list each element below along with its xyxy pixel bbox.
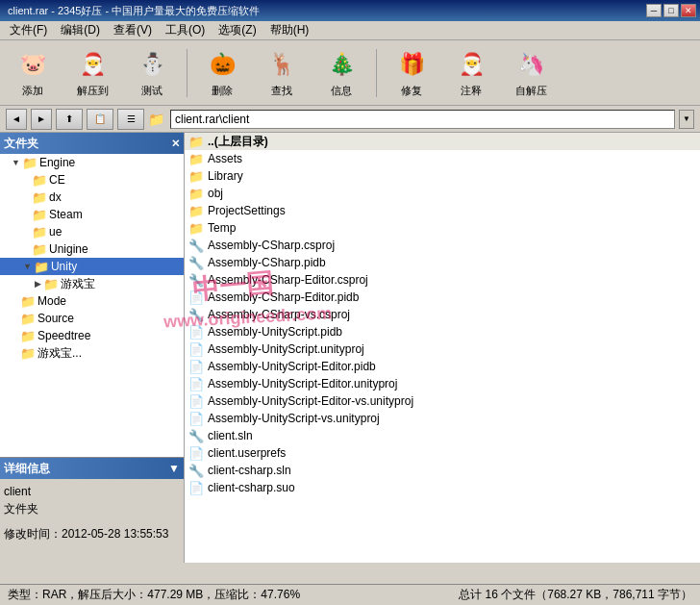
file-row-assets[interactable]: 📁 Assets bbox=[185, 150, 700, 167]
test-button[interactable]: ⛄ 测试 bbox=[125, 45, 179, 101]
tree-item-unity[interactable]: ▼ 📁 Unity bbox=[0, 258, 184, 275]
find-button[interactable]: 🦌 查找 bbox=[255, 45, 309, 101]
menu-edit[interactable]: 编辑(D) bbox=[55, 20, 106, 40]
view-toggle-button[interactable]: ☰ bbox=[117, 109, 144, 130]
menu-bar: 文件(F) 编辑(D) 查看(V) 工具(O) 选项(Z) 帮助(H) bbox=[0, 21, 700, 40]
file-row-14[interactable]: 📄 client-csharp.suo bbox=[185, 479, 700, 496]
tree-item-source[interactable]: ▶ 📁 Source bbox=[0, 310, 184, 327]
file-row-6[interactable]: 📄 Assembly-UnityScript.unityproj bbox=[185, 340, 700, 358]
tree-item-dx[interactable]: ▶ 📁 dx bbox=[0, 189, 184, 206]
file-name-13: client-csharp.sln bbox=[208, 464, 291, 477]
repair-icon: 🎁 bbox=[393, 48, 430, 82]
file-row-1[interactable]: 🔧 Assembly-CSharp.pidb bbox=[185, 254, 700, 271]
folder-panel-close[interactable]: ✕ bbox=[171, 138, 180, 150]
toolbar-separator-2 bbox=[376, 49, 377, 97]
file-row-10[interactable]: 📄 Assembly-UnityScript-vs.unityproj bbox=[185, 410, 700, 427]
menu-tools[interactable]: 工具(O) bbox=[160, 20, 211, 40]
status-bar: 类型：RAR，解压后大小：477.29 MB，压缩比：47.76% 总计 16 … bbox=[0, 584, 700, 605]
file-row-obj[interactable]: 📁 obj bbox=[185, 185, 700, 202]
info-panel-expand[interactable]: ▼ bbox=[168, 462, 180, 475]
window-title: client.rar - 2345好压 - 中国用户量最大的免费压缩软件 bbox=[4, 4, 260, 18]
menu-help[interactable]: 帮助(H) bbox=[264, 20, 315, 40]
tree-item-gamebao[interactable]: ▶ 📁 游戏宝 bbox=[0, 275, 184, 292]
file-list-panel[interactable]: 📁 ..(上层目录) 📁 Assets 📁 Library 📁 obj 📁 Pr… bbox=[185, 133, 700, 563]
file-icon-8: 📄 bbox=[188, 377, 204, 391]
tree-label-unity: Unity bbox=[51, 260, 77, 273]
tree-label-ce: CE bbox=[49, 173, 65, 187]
tree-item-unigine[interactable]: ▶ 📁 Unigine bbox=[0, 240, 184, 258]
tree-arrow-unity: ▼ bbox=[23, 262, 32, 271]
file-row-12[interactable]: 📄 client.userprefs bbox=[185, 444, 700, 462]
tree-label-gamebao: 游戏宝 bbox=[61, 276, 95, 292]
file-row-up[interactable]: 📁 ..(上层目录) bbox=[185, 133, 700, 150]
file-row-7[interactable]: 📄 Assembly-UnityScript-Editor.pidb bbox=[185, 358, 700, 375]
folder-tree[interactable]: ▼ 📁 Engine ▶ 📁 CE ▶ 📁 dx ▶ bbox=[0, 154, 184, 457]
tree-label-unigine: Unigine bbox=[49, 242, 88, 256]
file-row-3[interactable]: 📄 Assembly-CSharp-Editor.pidb bbox=[185, 289, 700, 306]
tree-label-speedtree: Speedtree bbox=[38, 329, 90, 342]
file-icon-4: 🔧 bbox=[188, 308, 204, 322]
file-row-projectsettings[interactable]: 📁 ProjectSettings bbox=[185, 202, 700, 219]
file-name-4: Assembly-CSharp-vs.csproj bbox=[208, 308, 350, 321]
file-icon-9: 📄 bbox=[188, 394, 204, 409]
status-left: 类型：RAR，解压后大小：477.29 MB，压缩比：47.76% bbox=[8, 587, 300, 603]
maximize-button[interactable]: □ bbox=[663, 4, 679, 17]
repair-button[interactable]: 🎁 修复 bbox=[385, 45, 438, 101]
tree-item-mode[interactable]: ▶ 📁 Mode bbox=[0, 292, 184, 310]
menu-file[interactable]: 文件(F) bbox=[4, 20, 53, 40]
tree-item-ce[interactable]: ▶ 📁 CE bbox=[0, 171, 184, 189]
folder-icon-steam: 📁 bbox=[32, 208, 47, 222]
file-icon-10: 📄 bbox=[188, 412, 204, 426]
address-dropdown[interactable]: ▼ bbox=[679, 110, 694, 129]
folder-view-button[interactable]: 📋 bbox=[87, 109, 113, 130]
file-row-13[interactable]: 🔧 client-csharp.sln bbox=[185, 462, 700, 479]
tree-item-engine[interactable]: ▼ 📁 Engine bbox=[0, 154, 184, 171]
minimize-button[interactable]: ─ bbox=[646, 4, 662, 17]
close-button[interactable]: ✕ bbox=[681, 4, 696, 17]
sfx-button[interactable]: 🦄 自解压 bbox=[504, 45, 558, 101]
info-button[interactable]: 🎄 信息 bbox=[314, 45, 368, 101]
tree-item-speedtree[interactable]: ▶ 📁 Speedtree bbox=[0, 327, 184, 344]
comment-button[interactable]: 🎅 注释 bbox=[444, 45, 498, 101]
file-row-8[interactable]: 📄 Assembly-UnityScript-Editor.unityproj bbox=[185, 375, 700, 392]
menu-options[interactable]: 选项(Z) bbox=[212, 20, 262, 40]
tree-arrow-engine: ▼ bbox=[12, 158, 20, 167]
file-name-obj: obj bbox=[208, 187, 223, 200]
tree-item-gamebao2[interactable]: ▶ 📁 游戏宝... bbox=[0, 344, 184, 362]
address-input[interactable] bbox=[170, 110, 675, 129]
up-button[interactable]: ⬆ bbox=[56, 109, 83, 130]
status-right: 总计 16 个文件（768.27 KB，786,711 字节） bbox=[459, 587, 692, 603]
folder-panel-header: 文件夹 ✕ bbox=[0, 133, 184, 154]
file-row-11[interactable]: 🔧 client.sln bbox=[185, 427, 700, 444]
delete-label: 删除 bbox=[212, 84, 233, 98]
file-list: 📁 ..(上层目录) 📁 Assets 📁 Library 📁 obj 📁 Pr… bbox=[185, 133, 700, 496]
comment-label: 注释 bbox=[461, 84, 482, 98]
info-content: client 文件夹 修改时间：2012-05-28 13:55:53 bbox=[4, 483, 180, 542]
extract-button[interactable]: 🎅 解压到 bbox=[65, 45, 119, 101]
extract-label: 解压到 bbox=[77, 84, 109, 98]
file-row-0[interactable]: 🔧 Assembly-CSharp.csproj bbox=[185, 237, 700, 254]
tree-item-ue[interactable]: ▶ 📁 ue bbox=[0, 223, 184, 240]
file-row-library[interactable]: 📁 Library bbox=[185, 167, 700, 185]
test-label: 测试 bbox=[141, 84, 162, 98]
folder-icon-unity: 📁 bbox=[34, 260, 49, 274]
forward-button[interactable]: ► bbox=[31, 109, 52, 130]
file-row-9[interactable]: 📄 Assembly-UnityScript-Editor-vs.unitypr… bbox=[185, 392, 700, 410]
file-name-14: client-csharp.suo bbox=[208, 481, 295, 494]
folder-icon-ue: 📁 bbox=[32, 225, 47, 239]
file-name-5: Assembly-UnityScript.pidb bbox=[208, 325, 342, 339]
delete-button[interactable]: 🎃 删除 bbox=[195, 45, 249, 101]
back-button[interactable]: ◄ bbox=[6, 109, 27, 130]
address-bar: ◄ ► ⬆ 📋 ☰ 📁 ▼ bbox=[0, 106, 700, 133]
menu-view[interactable]: 查看(V) bbox=[108, 20, 158, 40]
file-name-3: Assembly-CSharp-Editor.pidb bbox=[208, 290, 359, 304]
file-name-2: Assembly-CSharp-Editor.csproj bbox=[208, 273, 368, 287]
file-row-2[interactable]: 🔧 Assembly-CSharp-Editor.csproj bbox=[185, 271, 700, 289]
up-icon: 📁 bbox=[188, 135, 204, 149]
add-button[interactable]: 🐷 添加 bbox=[6, 45, 60, 101]
file-row-5[interactable]: 📄 Assembly-UnityScript.pidb bbox=[185, 323, 700, 340]
file-row-temp[interactable]: 📁 Temp bbox=[185, 219, 700, 237]
file-row-4[interactable]: 🔧 Assembly-CSharp-vs.csproj bbox=[185, 306, 700, 323]
file-icon-6: 📄 bbox=[188, 342, 204, 357]
tree-item-steam[interactable]: ▶ 📁 Steam bbox=[0, 206, 184, 223]
